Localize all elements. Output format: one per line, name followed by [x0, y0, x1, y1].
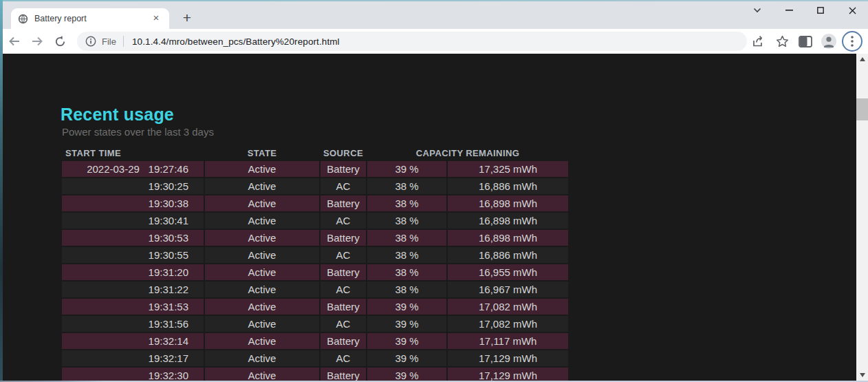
cell-source: AC — [321, 316, 366, 332]
cell-time: 19:31:22 — [146, 284, 188, 295]
cell-source: Battery — [321, 333, 366, 349]
page-subtitle: Power states over the last 3 days — [62, 126, 214, 138]
table-row: 19:30:55 Active AC 38 % 16,886 mWh — [62, 247, 568, 263]
reload-icon[interactable] — [52, 33, 68, 50]
cell-mwh: 16,898 mWh — [448, 230, 568, 246]
profile-avatar[interactable] — [818, 31, 839, 52]
cell-time: 19:32:17 — [146, 352, 188, 364]
cell-time: 19:30:53 — [146, 232, 188, 244]
cell-percent: 38 % — [367, 195, 446, 211]
cell-state: Active — [205, 282, 319, 297]
table-row: 19:32:14 Active Battery 39 % 17,117 mWh — [62, 333, 568, 349]
scroll-up-arrow-icon[interactable] — [856, 54, 868, 65]
cell-mwh: 16,955 mWh — [448, 264, 568, 280]
omnibox-divider — [123, 36, 124, 47]
page-content: Recent usage Power states over the last … — [0, 54, 868, 381]
cell-state: Active — [205, 161, 319, 177]
tab-search-chevron-icon[interactable] — [741, 0, 773, 21]
table-row: 2022-03-2919:27:46 Active Battery 39 % 1… — [62, 161, 568, 177]
cell-percent: 39 % — [367, 350, 446, 366]
table-row: 19:30:41 Active AC 38 % 16,898 mWh — [62, 213, 568, 229]
cell-percent: 39 % — [367, 368, 446, 381]
close-icon[interactable] — [836, 0, 868, 21]
cell-percent: 39 % — [367, 316, 446, 332]
url-scheme-label: File — [102, 36, 116, 47]
cell-source: AC — [321, 247, 366, 263]
cell-time: 19:32:30 — [146, 370, 188, 381]
cell-percent: 39 % — [367, 333, 446, 349]
cell-percent: 38 % — [367, 247, 446, 263]
cell-state: Active — [205, 247, 319, 263]
url-text[interactable]: 10.1.4.4/mro/between_pcs/Battery%20repor… — [132, 36, 340, 47]
three-dot-menu-icon — [851, 36, 854, 47]
header-state: STATE — [205, 146, 319, 160]
cell-source: AC — [321, 178, 366, 194]
cell-source: Battery — [321, 195, 366, 211]
window-top-edge — [0, 0, 868, 1]
cell-state: Active — [205, 316, 319, 332]
new-tab-button[interactable]: + — [177, 9, 197, 28]
maximize-icon[interactable] — [805, 0, 836, 21]
minimize-icon[interactable] — [773, 0, 805, 21]
cell-state: Active — [205, 178, 319, 194]
cell-state: Active — [205, 213, 319, 229]
cell-state: Active — [205, 299, 319, 315]
scroll-down-arrow-icon[interactable] — [856, 370, 868, 381]
share-icon[interactable] — [748, 31, 769, 52]
cell-date: 2022-03-29 — [77, 163, 146, 175]
cell-mwh: 16,967 mWh — [448, 282, 568, 297]
table-row: 19:31:53 Active Battery 39 % 17,082 mWh — [62, 299, 568, 315]
tab-title: Battery report — [34, 14, 150, 23]
cell-state: Active — [205, 195, 319, 211]
cell-mwh: 17,129 mWh — [448, 350, 568, 366]
cell-percent: 38 % — [367, 264, 446, 280]
globe-favicon-icon — [18, 14, 28, 24]
cell-time: 19:30:25 — [146, 180, 188, 192]
table-row: 19:30:53 Active Battery 38 % 16,898 mWh — [62, 230, 568, 246]
cell-time: 19:30:55 — [146, 249, 188, 261]
header-source: SOURCE — [321, 146, 366, 160]
scrollbar-thumb[interactable] — [856, 98, 868, 120]
table-row: 19:31:56 Active AC 39 % 17,082 mWh — [62, 316, 568, 332]
header-start-time: START TIME — [62, 146, 204, 160]
vertical-scrollbar[interactable] — [856, 54, 868, 381]
window-left-edge — [0, 0, 3, 382]
header-capacity-remaining: CAPACITY REMAINING — [367, 146, 568, 160]
cell-percent: 39 % — [367, 299, 446, 315]
usage-table-body: 2022-03-2919:27:46 Active Battery 39 % 1… — [62, 161, 568, 381]
cell-state: Active — [205, 350, 319, 366]
menu-focus-ring — [842, 31, 862, 52]
cell-time: 19:30:38 — [146, 198, 188, 209]
cell-percent: 38 % — [367, 178, 446, 194]
side-panel-icon[interactable] — [795, 31, 816, 52]
bookmark-star-icon[interactable] — [772, 31, 792, 52]
window-controls — [741, 0, 868, 21]
table-row: 19:30:25 Active AC 38 % 16,886 mWh — [62, 178, 568, 194]
forward-arrow-icon[interactable] — [29, 33, 45, 50]
tab-close-icon[interactable]: × — [150, 12, 162, 25]
three-dot-menu-button[interactable] — [842, 31, 862, 52]
cell-source: Battery — [321, 368, 366, 381]
browser-tab[interactable]: Battery report × — [11, 8, 169, 29]
avatar-icon — [821, 34, 836, 49]
cell-source: AC — [321, 213, 366, 229]
cell-percent: 38 % — [367, 213, 446, 229]
cell-mwh: 17,082 mWh — [448, 299, 568, 315]
address-bar[interactable]: File 10.1.4.4/mro/between_pcs/Battery%20… — [77, 32, 747, 51]
cell-mwh: 16,886 mWh — [448, 178, 568, 194]
cell-mwh: 16,886 mWh — [448, 247, 568, 263]
cell-source: AC — [321, 282, 366, 297]
browser-toolbar: File 10.1.4.4/mro/between_pcs/Battery%20… — [0, 29, 868, 54]
info-icon[interactable] — [85, 36, 96, 47]
cell-state: Active — [205, 333, 319, 349]
cell-state: Active — [205, 368, 319, 381]
back-arrow-icon[interactable] — [6, 33, 23, 50]
cell-time: 19:27:46 — [146, 163, 188, 175]
table-row: 19:32:30 Active Battery 39 % 17,129 mWh — [62, 368, 568, 381]
tab-strip: Battery report × + — [0, 0, 868, 29]
cell-mwh: 16,898 mWh — [448, 213, 568, 229]
table-row: 19:32:17 Active AC 39 % 17,129 mWh — [62, 350, 568, 366]
cell-mwh: 17,082 mWh — [448, 316, 568, 332]
cell-percent: 38 % — [367, 230, 446, 246]
table-row: 19:30:38 Active Battery 38 % 16,898 mWh — [62, 195, 568, 211]
